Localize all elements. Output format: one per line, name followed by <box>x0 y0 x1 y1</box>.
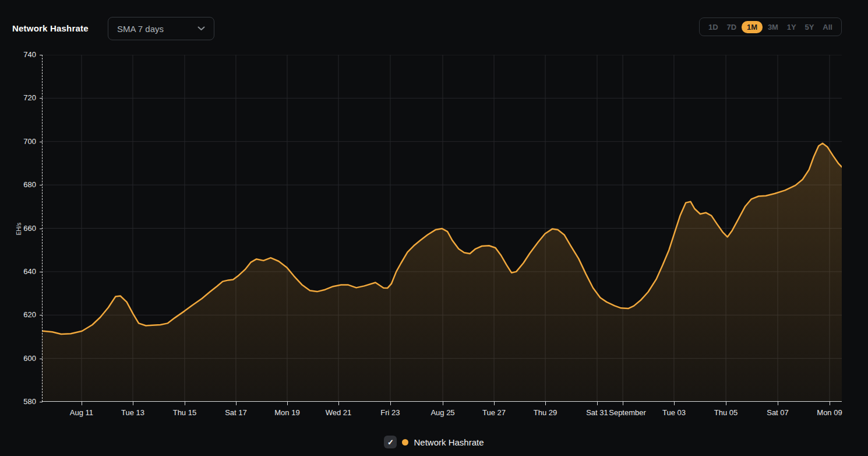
y-axis-tick <box>40 142 43 142</box>
x-axis-tick <box>390 402 391 405</box>
y-axis-tick <box>40 185 43 185</box>
x-axis-tick-label: Thu 29 <box>534 408 557 417</box>
x-axis-tick-label: Sat 17 <box>225 408 247 417</box>
y-axis-tick-label: 640 <box>0 267 36 276</box>
y-axis-tick-label: 740 <box>0 50 36 59</box>
y-axis-tick <box>40 55 43 55</box>
x-axis-tick-label: Fri 23 <box>380 408 400 417</box>
x-axis-tick-label: Sat 07 <box>767 408 789 417</box>
range-button-1m[interactable]: 1M <box>742 21 763 33</box>
legend-checkbox[interactable]: ✓ <box>384 436 397 448</box>
x-axis-tick-label: Aug 11 <box>70 408 93 417</box>
y-axis-unit: EH/s <box>16 218 22 241</box>
y-axis-tick <box>40 359 43 359</box>
range-button-1d[interactable]: 1D <box>705 22 722 33</box>
x-axis-tick <box>338 402 339 405</box>
hashrate-chart[interactable] <box>42 55 842 402</box>
hashrate-area-fill <box>42 143 842 402</box>
range-button-7d[interactable]: 7D <box>723 22 740 33</box>
x-axis-tick-label: Mon 09 <box>817 408 842 417</box>
x-axis-tick-label: September <box>609 408 646 417</box>
y-axis-tick-label: 600 <box>0 354 36 363</box>
y-axis-tick-label: 700 <box>0 137 36 146</box>
range-button-5y[interactable]: 5Y <box>802 22 818 33</box>
x-axis-tick-label: Wed 21 <box>326 408 352 417</box>
x-axis-tick-label: Tue 13 <box>121 408 144 417</box>
x-axis-tick <box>778 402 778 405</box>
x-axis-tick <box>726 402 726 405</box>
legend-label[interactable]: Network Hashrate <box>414 437 484 447</box>
page-title: Network Hashrate <box>12 23 89 33</box>
check-icon: ✓ <box>387 439 394 446</box>
chevron-down-icon <box>197 26 205 31</box>
y-axis-tick <box>40 229 43 229</box>
x-axis-tick <box>597 402 598 405</box>
x-axis-tick-label: Thu 15 <box>173 408 196 417</box>
x-axis-tick <box>545 402 546 405</box>
x-axis-tick-label: Tue 27 <box>482 408 506 417</box>
y-axis-tick <box>40 272 43 272</box>
sma-dropdown[interactable]: SMA 7 days <box>108 17 214 40</box>
x-axis-tick-label: Tue 03 <box>662 408 686 417</box>
x-axis-tick-label: Thu 05 <box>714 408 738 417</box>
x-axis-tick-label: Aug 25 <box>431 408 454 417</box>
y-axis-tick <box>40 98 43 99</box>
x-axis-tick <box>236 402 237 405</box>
y-axis-tick <box>40 315 43 315</box>
range-button-all[interactable]: All <box>819 22 836 33</box>
range-button-1y[interactable]: 1Y <box>784 22 800 33</box>
y-axis-tick-label: 720 <box>0 93 36 102</box>
sma-dropdown-value: SMA 7 days <box>117 24 164 34</box>
x-axis-tick <box>674 402 675 405</box>
legend: ✓ Network Hashrate <box>0 434 868 450</box>
time-range-selector: 1D7D1M3M1Y5YAll <box>699 17 842 36</box>
x-axis-tick-label: Sat 31 <box>586 408 608 417</box>
x-axis-tick <box>623 402 623 405</box>
x-axis-tick <box>82 402 82 405</box>
x-axis-tick <box>185 402 185 405</box>
x-axis-tick-label: Mon 19 <box>274 408 299 417</box>
y-axis-tick-label: 580 <box>0 397 36 406</box>
x-axis-tick <box>494 402 495 405</box>
range-button-3m[interactable]: 3M <box>764 22 782 33</box>
x-axis-tick <box>133 402 133 405</box>
x-axis-tick <box>443 402 443 405</box>
x-axis-tick <box>287 402 288 405</box>
y-axis-tick-label: 620 <box>0 310 36 319</box>
y-axis-tick-label: 680 <box>0 180 36 189</box>
x-axis-tick <box>830 402 830 405</box>
chart-canvas <box>42 55 842 402</box>
y-axis-tick <box>40 402 43 402</box>
series-color-dot <box>402 439 408 446</box>
